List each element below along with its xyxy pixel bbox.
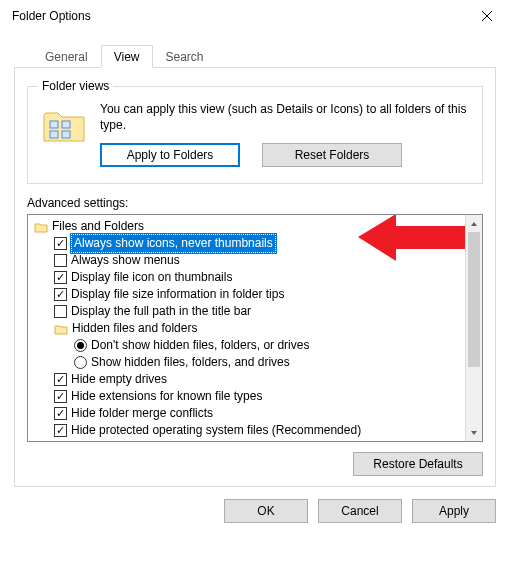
option-hide-extensions[interactable]: ✓ Hide extensions for known file types bbox=[34, 388, 461, 405]
option-label: Hide folder merge conflicts bbox=[71, 405, 213, 422]
tab-panel-view: Folder views You can apply this view (su… bbox=[14, 68, 496, 487]
svg-rect-2 bbox=[50, 121, 58, 128]
folder-views-icon bbox=[40, 101, 88, 149]
checkbox-icon: ✓ bbox=[54, 424, 67, 437]
folder-icon bbox=[54, 322, 68, 336]
radio-icon bbox=[74, 356, 87, 369]
checkbox-icon bbox=[54, 305, 67, 318]
folder-views-description: You can apply this view (such as Details… bbox=[100, 101, 470, 133]
option-label: Hide empty drives bbox=[71, 371, 167, 388]
scroll-down-button[interactable] bbox=[466, 424, 482, 441]
option-show-hidden[interactable]: Show hidden files, folders, and drives bbox=[34, 354, 461, 371]
option-hide-merge-conflicts[interactable]: ✓ Hide folder merge conflicts bbox=[34, 405, 461, 422]
folder-views-group-title: Folder views bbox=[38, 79, 113, 93]
option-label: Don't show hidden files, folders, or dri… bbox=[91, 337, 309, 354]
option-display-file-icon-on-thumbnails[interactable]: ✓ Display file icon on thumbnails bbox=[34, 269, 461, 286]
svg-marker-8 bbox=[471, 431, 477, 435]
tab-search[interactable]: Search bbox=[153, 45, 217, 68]
option-display-file-size-info[interactable]: ✓ Display file size information in folde… bbox=[34, 286, 461, 303]
scroll-thumb[interactable] bbox=[468, 232, 480, 366]
advanced-settings-tree[interactable]: Files and Folders ✓ Always show icons, n… bbox=[27, 214, 483, 442]
tree-group-label: Hidden files and folders bbox=[72, 320, 197, 337]
tab-strip: General View Search bbox=[14, 44, 496, 68]
tree-root-label: Files and Folders bbox=[52, 218, 144, 235]
option-label: Show hidden files, folders, and drives bbox=[91, 354, 290, 371]
dialog-footer: OK Cancel Apply bbox=[0, 487, 510, 523]
folder-icon bbox=[34, 220, 48, 234]
apply-button[interactable]: Apply bbox=[412, 499, 496, 523]
tab-general[interactable]: General bbox=[32, 45, 101, 68]
advanced-settings-label: Advanced settings: bbox=[27, 196, 483, 210]
title-bar: Folder Options bbox=[0, 0, 510, 32]
radio-icon bbox=[74, 339, 87, 352]
reset-folders-button[interactable]: Reset Folders bbox=[262, 143, 402, 167]
window-title: Folder Options bbox=[12, 9, 91, 23]
apply-to-folders-button[interactable]: Apply to Folders bbox=[100, 143, 240, 167]
checkbox-icon: ✓ bbox=[54, 288, 67, 301]
svg-rect-3 bbox=[62, 121, 70, 128]
option-display-full-path-titlebar[interactable]: Display the full path in the title bar bbox=[34, 303, 461, 320]
tree-root-files-and-folders: Files and Folders bbox=[34, 218, 461, 235]
option-hide-empty-drives[interactable]: ✓ Hide empty drives bbox=[34, 371, 461, 388]
option-label: Display the full path in the title bar bbox=[71, 303, 251, 320]
option-hide-protected-os-files[interactable]: ✓ Hide protected operating system files … bbox=[34, 422, 461, 439]
option-always-show-menus[interactable]: Always show menus bbox=[34, 252, 461, 269]
option-dont-show-hidden[interactable]: Don't show hidden files, folders, or dri… bbox=[34, 337, 461, 354]
checkbox-icon: ✓ bbox=[54, 373, 67, 386]
option-label: Always show menus bbox=[71, 252, 180, 269]
option-label: Display file icon on thumbnails bbox=[71, 269, 232, 286]
cancel-button[interactable]: Cancel bbox=[318, 499, 402, 523]
option-label: Hide extensions for known file types bbox=[71, 388, 262, 405]
option-label: Always show icons, never thumbnails bbox=[71, 234, 276, 253]
checkbox-icon: ✓ bbox=[54, 407, 67, 420]
svg-marker-7 bbox=[471, 222, 477, 226]
folder-views-group: Folder views You can apply this view (su… bbox=[27, 86, 483, 184]
checkbox-icon: ✓ bbox=[54, 271, 67, 284]
ok-button[interactable]: OK bbox=[224, 499, 308, 523]
svg-rect-5 bbox=[62, 131, 70, 138]
option-always-show-icons[interactable]: ✓ Always show icons, never thumbnails bbox=[34, 235, 461, 252]
scroll-track[interactable] bbox=[466, 232, 482, 424]
scroll-up-button[interactable] bbox=[466, 215, 482, 232]
checkbox-icon: ✓ bbox=[54, 237, 67, 250]
tab-view[interactable]: View bbox=[101, 45, 153, 68]
option-label: Display file size information in folder … bbox=[71, 286, 284, 303]
tree-group-hidden-files: Hidden files and folders bbox=[34, 320, 461, 337]
option-label: Hide protected operating system files (R… bbox=[71, 422, 361, 439]
checkbox-icon bbox=[54, 254, 67, 267]
close-icon bbox=[482, 11, 492, 21]
advanced-settings-content: Files and Folders ✓ Always show icons, n… bbox=[28, 215, 465, 441]
checkbox-icon: ✓ bbox=[54, 390, 67, 403]
tree-scrollbar[interactable] bbox=[465, 215, 482, 441]
close-button[interactable] bbox=[464, 0, 510, 32]
restore-defaults-button[interactable]: Restore Defaults bbox=[353, 452, 483, 476]
svg-rect-4 bbox=[50, 131, 58, 138]
